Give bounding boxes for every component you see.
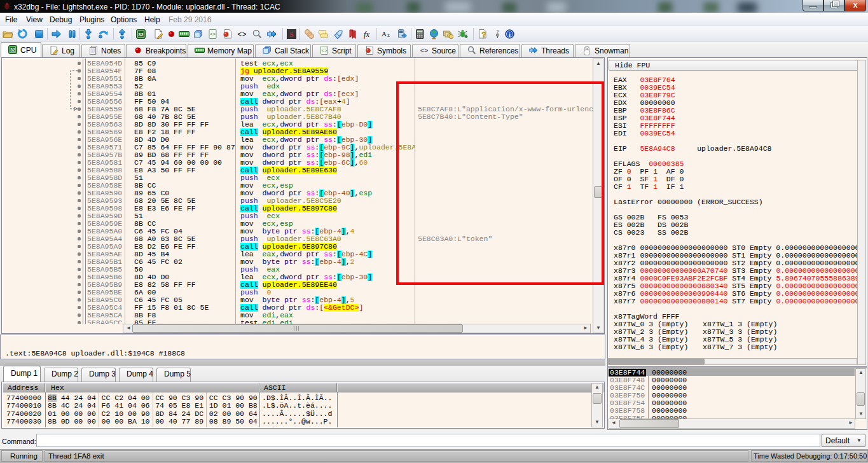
svg-text:<>: <> bbox=[420, 47, 429, 55]
svg-text:<>: <> bbox=[321, 48, 327, 53]
svg-text:32: 32 bbox=[138, 32, 143, 38]
svg-text:<>: <> bbox=[237, 31, 246, 39]
svg-text:i: i bbox=[509, 31, 511, 38]
svg-text:A: A bbox=[382, 30, 387, 38]
svg-text:32: 32 bbox=[10, 48, 15, 52]
svg-text:S: S bbox=[289, 31, 293, 38]
svg-text:z: z bbox=[387, 32, 390, 38]
svg-text:<>: <> bbox=[210, 31, 216, 37]
svg-text:?: ? bbox=[497, 29, 499, 34]
svg-text:?: ? bbox=[481, 31, 486, 39]
svg-text:fx: fx bbox=[364, 30, 369, 39]
